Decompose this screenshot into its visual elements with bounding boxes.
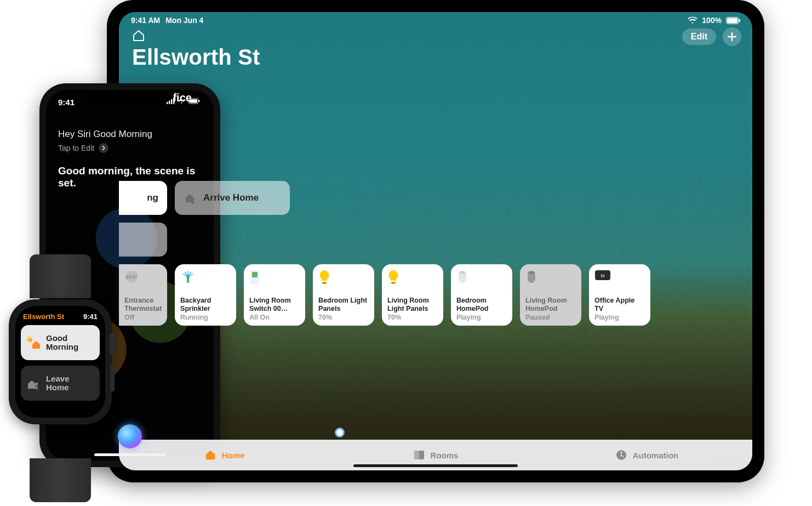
tile-bedroom-light[interactable]: Bedroom Light Panels 70% bbox=[313, 264, 374, 326]
status-time: 9:41 AM bbox=[131, 16, 160, 25]
siri-prompt: Hey Siri Good Morning bbox=[58, 129, 202, 140]
tile-status: Playing bbox=[594, 314, 645, 321]
watch-side-button[interactable] bbox=[110, 364, 115, 391]
tile-status: Off bbox=[124, 314, 162, 321]
ipad-status-bar: 9:41 AM Mon Jun 4 100% bbox=[119, 12, 752, 26]
watch-header: Ellsworth St 9:41 bbox=[21, 311, 100, 325]
watch-device: Ellsworth St 9:41 Good Morning Leave Hom… bbox=[0, 280, 121, 477]
scene-row: ng Arrive Home bbox=[119, 181, 752, 215]
tile-name: Backyard Sprinkler bbox=[180, 297, 231, 312]
scene-label: Good Morning bbox=[46, 334, 94, 352]
watch-time: 9:41 bbox=[83, 312, 98, 321]
tab-label: Home bbox=[222, 451, 245, 460]
page-indicator bbox=[335, 428, 345, 437]
status-summary-partial: ed in Office. bbox=[132, 92, 752, 104]
thermostat-icon: 10.0° bbox=[124, 270, 162, 286]
svg-rect-22 bbox=[169, 100, 170, 104]
tab-label: Rooms bbox=[431, 451, 459, 460]
tap-to-edit[interactable]: Tap to Edit bbox=[58, 143, 202, 153]
svg-rect-26 bbox=[190, 99, 197, 103]
siri-orb[interactable] bbox=[118, 424, 142, 448]
iphone-home-indicator bbox=[94, 453, 165, 456]
status-time: 9:41 bbox=[58, 98, 75, 107]
tile-name: Bedroom HomePod bbox=[456, 297, 507, 312]
tile-entrance-thermostat[interactable]: 10.0° Entrance Thermostat Off bbox=[119, 264, 167, 326]
sprinkler-icon bbox=[180, 270, 231, 286]
arrive-home-icon bbox=[184, 192, 197, 204]
iphone-status-bar: 9:41 bbox=[46, 90, 214, 107]
tab-automation[interactable]: Automation bbox=[541, 440, 752, 470]
svg-text:10.0°: 10.0° bbox=[125, 274, 138, 280]
automation-icon bbox=[615, 449, 627, 461]
appletv-icon: tv bbox=[594, 270, 645, 286]
wifi-icon bbox=[688, 16, 697, 24]
svg-point-28 bbox=[28, 338, 32, 342]
home-icon bbox=[204, 450, 216, 460]
plus-icon bbox=[727, 32, 737, 42]
tile-status: Paused bbox=[525, 314, 576, 321]
tile-status: All On bbox=[249, 314, 300, 321]
watch-crown[interactable] bbox=[110, 333, 115, 355]
svg-rect-19 bbox=[414, 451, 419, 459]
status-icons bbox=[167, 98, 202, 107]
homepod-icon bbox=[456, 270, 507, 286]
bulb-icon bbox=[318, 270, 369, 286]
watch-title[interactable]: Ellsworth St bbox=[23, 312, 64, 321]
svg-rect-23 bbox=[171, 99, 172, 104]
tile-name: Office Apple TV bbox=[594, 297, 645, 312]
scene-label: Leave Home bbox=[46, 374, 94, 393]
svg-rect-11 bbox=[391, 282, 396, 284]
status-date: Mon Jun 4 bbox=[165, 16, 203, 25]
tile-status: 70% bbox=[318, 314, 369, 321]
tile-status: 70% bbox=[387, 314, 438, 321]
svg-rect-9 bbox=[252, 272, 258, 277]
tile-backyard-sprinkler[interactable]: Backyard Sprinkler Running bbox=[175, 264, 236, 326]
watch-scene-good-morning[interactable]: Good Morning bbox=[21, 325, 100, 360]
sun-house-icon bbox=[26, 336, 41, 349]
tile-status: Running bbox=[180, 314, 231, 321]
scene-tile-partial-2[interactable] bbox=[119, 223, 167, 257]
tile-bedroom-homepod[interactable]: Bedroom HomePod Playing bbox=[451, 264, 512, 326]
rooms-icon bbox=[413, 450, 425, 460]
tile-name: Living Room Switch 00… bbox=[249, 297, 300, 312]
tile-living-room-homepod[interactable]: Living Room HomePod Paused bbox=[520, 264, 581, 326]
tile-name: Living Room Light Panels bbox=[387, 297, 438, 312]
battery-icon bbox=[726, 17, 740, 24]
svg-rect-10 bbox=[322, 282, 327, 284]
chevron-right-icon bbox=[99, 143, 108, 153]
tile-living-room-switch[interactable]: Living Room Switch 00… All On bbox=[244, 264, 305, 326]
ipad-home-indicator bbox=[353, 464, 518, 467]
accessory-tiles: 10.0° Entrance Thermostat Off Backyard S… bbox=[119, 264, 752, 326]
tile-office-apple-tv[interactable]: tv Office Apple TV Playing bbox=[589, 264, 650, 326]
switch-icon bbox=[249, 270, 300, 286]
svg-point-7 bbox=[186, 275, 190, 278]
scene-label: ng bbox=[147, 192, 158, 203]
watch-screen: Ellsworth St 9:41 Good Morning Leave Hom… bbox=[15, 306, 105, 418]
tap-to-edit-label: Tap to Edit bbox=[58, 144, 94, 152]
homepod-icon bbox=[525, 270, 576, 286]
add-button[interactable] bbox=[723, 27, 741, 46]
home-name: Ellsworth St bbox=[132, 45, 739, 70]
watch-band bbox=[30, 458, 91, 502]
svg-point-15 bbox=[528, 271, 535, 274]
tile-living-room-light[interactable]: Living Room Light Panels 70% bbox=[382, 264, 443, 326]
watch-scene-leave-home[interactable]: Leave Home bbox=[21, 366, 100, 401]
scene-label: Arrive Home bbox=[203, 192, 259, 203]
tile-name: Living Room HomePod bbox=[525, 297, 576, 312]
ipad-header: Edit Ellsworth St bbox=[119, 26, 752, 92]
svg-rect-27 bbox=[198, 100, 199, 102]
watch-band bbox=[30, 254, 91, 298]
edit-button[interactable]: Edit bbox=[682, 29, 716, 45]
svg-rect-24 bbox=[173, 98, 174, 104]
person-house-icon bbox=[26, 377, 41, 390]
house-icon[interactable] bbox=[132, 30, 739, 42]
siri-response: Good morning, the scene is set. bbox=[58, 165, 202, 189]
tile-name: Entrance Thermostat bbox=[124, 297, 162, 312]
tab-label: Automation bbox=[633, 451, 678, 460]
battery-text: 100% bbox=[702, 16, 722, 25]
svg-rect-21 bbox=[167, 102, 168, 104]
svg-rect-1 bbox=[727, 18, 738, 22]
tile-status: Playing bbox=[456, 314, 507, 321]
tile-name: Bedroom Light Panels bbox=[318, 297, 369, 312]
bulb-icon bbox=[387, 270, 438, 286]
